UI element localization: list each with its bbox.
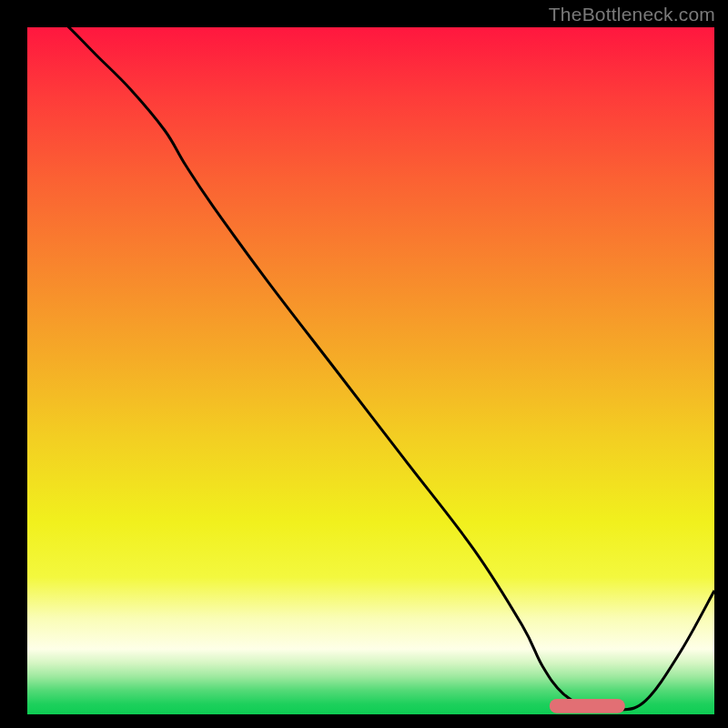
- plot-area: [27, 27, 714, 714]
- chart-stage: TheBottleneck.com: [0, 0, 728, 728]
- plot-svg: [27, 27, 714, 714]
- watermark-text: TheBottleneck.com: [549, 4, 715, 25]
- optimal-range-marker: [550, 699, 625, 713]
- gradient-background: [27, 27, 714, 714]
